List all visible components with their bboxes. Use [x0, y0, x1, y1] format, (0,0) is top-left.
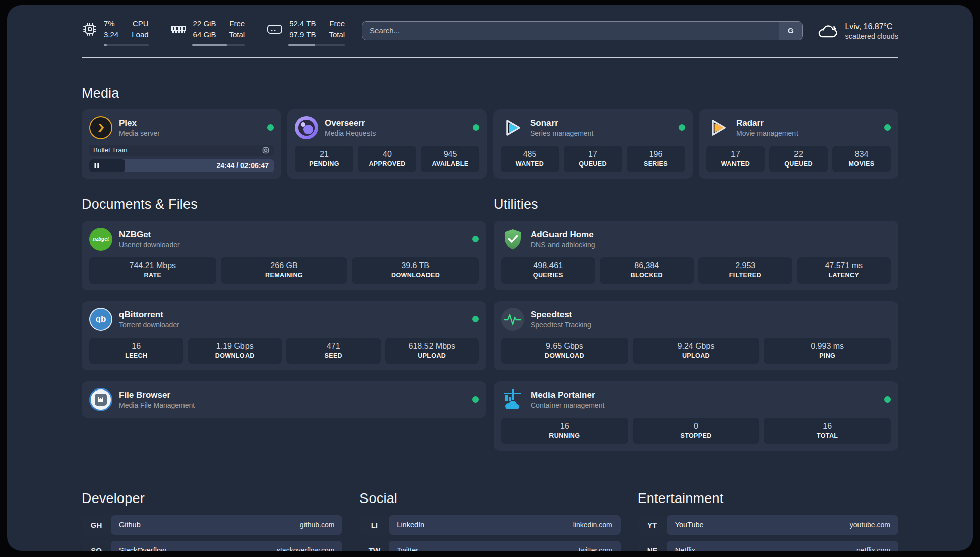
app-name: qBittorrent	[119, 310, 179, 320]
media-section: Plex Media server Bullet Train	[82, 109, 898, 179]
system-stats: 7%3.24 CPULoad	[82, 18, 345, 46]
link-name: Netflix	[675, 546, 695, 551]
link-row-youtube[interactable]: YT YouTubeyoutube.com	[638, 515, 898, 535]
search-engine-button[interactable]: G	[779, 22, 802, 40]
stat-box: 17WANTED	[706, 146, 765, 172]
app-card-filebrowser[interactable]: File Browser Media File Management	[82, 381, 486, 418]
link-row-linkedin[interactable]: LI LinkedInlinkedin.com	[359, 515, 620, 535]
link-tag: YT	[638, 515, 667, 535]
weather-location-temp: Lviv, 16.87°C	[845, 22, 898, 31]
app-card-speedtest[interactable]: Speedtest Speedtest Tracking 9.65 GbpsDO…	[494, 301, 898, 370]
playback-progress-bar[interactable]: 24:44 / 02:06:47	[89, 159, 274, 172]
stat-box: 834MOVIES	[832, 146, 891, 172]
stat-box: 9.65 GbpsDOWNLOAD	[501, 338, 628, 364]
social-links-section: Social LI LinkedInlinkedin.com TW Twitte…	[359, 491, 620, 551]
app-name: Media Portainer	[531, 390, 604, 400]
disk-labels: FreeTotal	[329, 18, 345, 40]
stat-box: 618.52 MbpsUPLOAD	[385, 338, 479, 364]
app-subtitle: Speedtest Tracking	[531, 321, 591, 329]
app-card-nzbget[interactable]: nzbget NZBGet Usenet downloader 744.21 M…	[82, 221, 486, 290]
link-name: YouTube	[675, 521, 704, 529]
stat-box: 2,953FILTERED	[698, 257, 792, 284]
pause-icon	[94, 162, 100, 169]
stat-box: 17QUEUED	[564, 146, 622, 172]
stat-box: 498,461QUERIES	[501, 257, 595, 284]
link-tag: LI	[359, 515, 389, 535]
stat-box: 40APPROVED	[358, 146, 416, 172]
stat-box: 471SEED	[286, 338, 381, 364]
app-subtitle: Usenet downloader	[119, 241, 180, 249]
disk-values: 52.4 TB97.9 TB	[289, 18, 316, 40]
link-row-stackoverflow[interactable]: SO StackOverflowstackoverflow.com	[82, 541, 342, 551]
nzbget-icon: nzbget	[89, 228, 112, 251]
app-name: Radarr	[736, 118, 798, 128]
link-row-twitter[interactable]: TW Twittertwitter.com	[359, 541, 620, 551]
cpu-icon	[82, 21, 98, 37]
top-bar: 7%3.24 CPULoad	[82, 5, 898, 46]
stat-box: 16TOTAL	[764, 418, 891, 444]
app-name: Overseerr	[325, 118, 376, 128]
link-name: StackOverflow	[119, 546, 166, 551]
app-card-portainer[interactable]: Media Portainer Container management 16R…	[494, 381, 898, 451]
app-card-qbittorrent[interactable]: qb qBittorrent Torrent downloader 16LEEC…	[82, 301, 486, 370]
status-dot	[267, 124, 274, 131]
app-name: Speedtest	[531, 310, 591, 320]
header-divider	[82, 57, 898, 58]
stat-box: 945AVAILABLE	[421, 146, 479, 172]
app-card-overseerr[interactable]: Overseerr Media Requests 21PENDING 40APP…	[287, 109, 487, 179]
cpu-progress-bar	[104, 44, 149, 46]
cpu-labels: CPULoad	[132, 18, 148, 40]
link-tag: SO	[82, 541, 111, 551]
stat-box: 1.19 GbpsDOWNLOAD	[188, 338, 282, 364]
section-title-entertainment: Entertainment	[638, 491, 898, 507]
stat-box: 16RUNNING	[501, 418, 628, 444]
developer-links-section: Developer GH Githubgithub.com SO StackOv…	[82, 491, 342, 551]
stat-box: 47.571 msLATENCY	[797, 257, 891, 284]
app-card-plex[interactable]: Plex Media server Bullet Train	[82, 109, 281, 179]
status-dot	[884, 124, 891, 131]
disk-stat: 52.4 TB97.9 TB FreeTotal	[266, 18, 345, 46]
link-row-netflix[interactable]: NF Netflixnetflix.com	[638, 541, 898, 551]
app-card-adguard[interactable]: AdGuard Home DNS and adblocking 498,461Q…	[494, 221, 898, 290]
link-row-github[interactable]: GH Githubgithub.com	[82, 515, 342, 535]
app-name: Sonarr	[530, 118, 593, 128]
search-bar: G	[362, 21, 803, 40]
link-name: LinkedIn	[397, 521, 424, 529]
app-card-sonarr[interactable]: Sonarr Series management 485WANTED 17QUE…	[493, 109, 693, 179]
weather-condition: scattered clouds	[845, 32, 898, 40]
adguard-icon	[501, 228, 524, 251]
disk-progress-bar	[288, 44, 345, 46]
stat-box: 16LEECH	[89, 338, 183, 364]
section-title-media: Media	[82, 86, 898, 101]
overseerr-icon	[295, 116, 318, 139]
playback-time: 24:44 / 02:06:47	[216, 159, 269, 172]
section-title-developer: Developer	[82, 491, 342, 507]
stat-box: 0.993 msPING	[764, 338, 891, 364]
memory-stat: 22 GiB64 GiB FreeTotal	[170, 18, 246, 46]
stat-box: 39.6 TBDOWNLOADED	[352, 257, 479, 284]
dashboard-window: 7%3.24 CPULoad	[7, 5, 973, 551]
app-subtitle: Movie management	[736, 129, 798, 137]
app-subtitle: Torrent downloader	[119, 321, 179, 329]
settings-icon[interactable]	[262, 146, 270, 154]
search-input[interactable]	[362, 21, 803, 40]
app-card-radarr[interactable]: Radarr Movie management 17WANTED 22QUEUE…	[699, 109, 898, 179]
link-name: Github	[119, 521, 141, 529]
status-dot	[472, 236, 479, 242]
stat-box: 86,384BLOCKED	[600, 257, 694, 284]
link-url: youtube.com	[850, 521, 890, 529]
plex-now-playing: Bullet Train 24:44 / 02:06:47	[89, 145, 274, 172]
section-title-utilities: Utilities	[494, 197, 898, 212]
memory-values: 22 GiB64 GiB	[193, 18, 216, 40]
status-dot	[884, 396, 891, 403]
radarr-icon	[706, 116, 729, 139]
link-tag: GH	[82, 515, 111, 535]
link-url: netflix.com	[856, 546, 890, 551]
status-dot	[473, 124, 479, 131]
link-tag: NF	[638, 541, 667, 551]
app-name: AdGuard Home	[531, 230, 595, 240]
status-dot	[679, 124, 685, 131]
app-subtitle: Series management	[530, 129, 593, 137]
stat-box: 485WANTED	[501, 146, 559, 172]
portainer-icon	[501, 388, 524, 411]
